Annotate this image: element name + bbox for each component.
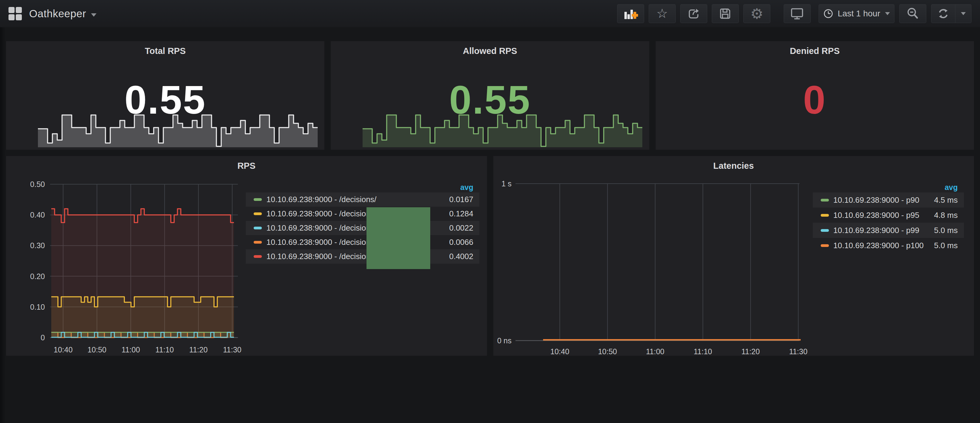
legend-rows: 10.10.69.238:9000 - /decisions/0.016710.… (246, 192, 479, 264)
legend-avg-value: 0.0066 (449, 238, 473, 247)
legend-avg-header[interactable]: avg (246, 182, 479, 192)
stat-value: 0 (655, 80, 974, 120)
dashboard-title[interactable]: Oathkeeper (29, 8, 86, 20)
legend-rows: 10.10.69.238:9000 - p904.5 ms10.10.69.23… (813, 192, 964, 253)
svg-text:11:10: 11:10 (155, 345, 174, 354)
graph-row: RPS 10:4010:5011:0011:1011:2011:300.500.… (6, 156, 974, 356)
time-range-picker[interactable]: Last 1 hour (819, 4, 894, 23)
chevron-down-icon (961, 12, 966, 15)
legend-row[interactable]: 10.10.69.238:9000 - /decisions/0.0022 (246, 221, 479, 235)
legend-avg-header[interactable]: avg (813, 182, 964, 192)
svg-text:10:50: 10:50 (88, 345, 107, 354)
svg-text:11:20: 11:20 (189, 345, 208, 354)
svg-text:11:20: 11:20 (741, 347, 760, 356)
legend-series-name: 10.10.69.238:9000 - /decisions/ (266, 195, 443, 204)
panel-total-rps: Total RPS 0.55 (6, 41, 325, 150)
share-icon (686, 6, 701, 21)
star-button[interactable]: ☆ (649, 4, 676, 23)
legend-avg-value: 4.8 ms (934, 211, 958, 220)
svg-text:0.40: 0.40 (30, 211, 45, 219)
legend-overlay-artifact (366, 207, 430, 269)
svg-text:0.50: 0.50 (30, 180, 45, 189)
legend-color-swatch (821, 229, 829, 232)
legend-avg-value: 0.1284 (449, 209, 473, 219)
apps-grid-icon[interactable] (8, 7, 22, 20)
chevron-down-icon[interactable] (91, 13, 97, 17)
svg-text:1 s: 1 s (501, 179, 511, 188)
star-icon: ☆ (657, 7, 668, 20)
add-panel-button[interactable] (617, 4, 644, 23)
legend-row[interactable]: 10.10.69.238:9000 - p995.0 ms (813, 223, 964, 238)
panel-denied-rps: Denied RPS 0 (655, 41, 974, 150)
share-button[interactable] (680, 4, 707, 23)
legend-avg-value: 5.0 ms (934, 226, 958, 235)
panel-actions-group: ☆ ⚙ (617, 4, 770, 23)
grid-square (8, 7, 14, 13)
panel-title[interactable]: Denied RPS (655, 46, 974, 56)
settings-button[interactable]: ⚙ (743, 4, 770, 23)
svg-text:11:10: 11:10 (694, 347, 712, 356)
legend-row[interactable]: 10.10.69.238:9000 - /decisions/0.1284 (246, 207, 479, 221)
panel-title[interactable]: Latencies (493, 161, 974, 171)
svg-text:0 ns: 0 ns (497, 336, 511, 345)
monitor-icon (790, 6, 804, 21)
legend-color-swatch (254, 255, 262, 258)
legend-avg-value: 0.4002 (449, 252, 473, 261)
refresh-button[interactable] (931, 5, 955, 23)
legend-color-swatch (254, 198, 262, 201)
panel-title[interactable]: Allowed RPS (331, 46, 649, 56)
svg-text:10:40: 10:40 (550, 347, 569, 356)
latencies-legend: avg 10.10.69.238:9000 - p904.5 ms10.10.6… (813, 182, 964, 253)
refresh-interval-dropdown[interactable] (955, 5, 971, 23)
legend-color-swatch (254, 212, 262, 215)
refresh-button-group (931, 4, 972, 23)
time-range-label: Last 1 hour (838, 9, 880, 19)
svg-text:0.10: 0.10 (30, 303, 45, 311)
dashboard: Total RPS 0.55 Allowed RPS 0.55 Denied R… (0, 41, 980, 356)
legend-series-name: 10.10.69.238:9000 - p90 (834, 195, 928, 205)
legend-row[interactable]: 10.10.69.238:9000 - p904.5 ms (813, 192, 964, 208)
legend-color-swatch (821, 214, 829, 217)
svg-text:11:00: 11:00 (646, 347, 665, 356)
navbar: Oathkeeper ☆ (0, 0, 980, 27)
stat-value: 0.55 (6, 80, 325, 120)
panel-allowed-rps: Allowed RPS 0.55 (331, 41, 649, 150)
panel-rps-graph: RPS 10:4010:5011:0011:1011:2011:300.500.… (6, 156, 487, 356)
panel-title[interactable]: RPS (6, 161, 487, 171)
legend-series-name: 10.10.69.238:9000 - p99 (834, 226, 928, 235)
panel-latencies-graph: Latencies 10:4010:5011:0011:1011:2011:30… (493, 156, 974, 356)
save-button[interactable] (712, 4, 739, 23)
legend-color-swatch (821, 244, 829, 247)
grid-square (8, 14, 14, 20)
legend-avg-value: 4.5 ms (934, 195, 958, 205)
legend-row[interactable]: 10.10.69.238:9000 - /decisions/0.4002 (246, 249, 479, 264)
legend-avg-value: 0.0022 (449, 223, 473, 233)
save-icon (718, 6, 732, 21)
panel-title[interactable]: Total RPS (6, 46, 325, 56)
legend-avg-value: 0.0167 (449, 195, 473, 204)
zoom-out-button[interactable] (899, 4, 926, 23)
grid-square (16, 14, 22, 20)
svg-text:11:30: 11:30 (789, 347, 807, 356)
legend-row[interactable]: 10.10.69.238:9000 - /decisions/0.0066 (246, 235, 479, 249)
svg-text:10:40: 10:40 (54, 345, 73, 354)
clock-icon (823, 8, 834, 19)
svg-text:10:50: 10:50 (598, 347, 617, 356)
svg-text:11:30: 11:30 (223, 345, 242, 354)
legend-color-swatch (254, 227, 262, 230)
navbar-actions: ☆ ⚙ (617, 4, 972, 23)
refresh-icon (936, 7, 950, 21)
legend-row[interactable]: 10.10.69.238:9000 - /decisions/0.0167 (246, 192, 479, 207)
svg-text:0.20: 0.20 (30, 272, 45, 280)
add-panel-icon (623, 7, 638, 21)
legend-row[interactable]: 10.10.69.238:9000 - p1005.0 ms (813, 238, 964, 253)
svg-text:0.30: 0.30 (30, 241, 45, 250)
legend-avg-value: 5.0 ms (934, 241, 958, 250)
stat-value: 0.55 (331, 80, 649, 120)
legend-color-swatch (254, 241, 262, 244)
legend-row[interactable]: 10.10.69.238:9000 - p954.8 ms (813, 208, 964, 223)
rps-legend: avg 10.10.69.238:9000 - /decisions/0.016… (246, 182, 479, 264)
cycle-view-button[interactable] (784, 4, 811, 23)
legend-color-swatch (821, 199, 829, 201)
legend-series-name: 10.10.69.238:9000 - p100 (834, 241, 928, 250)
